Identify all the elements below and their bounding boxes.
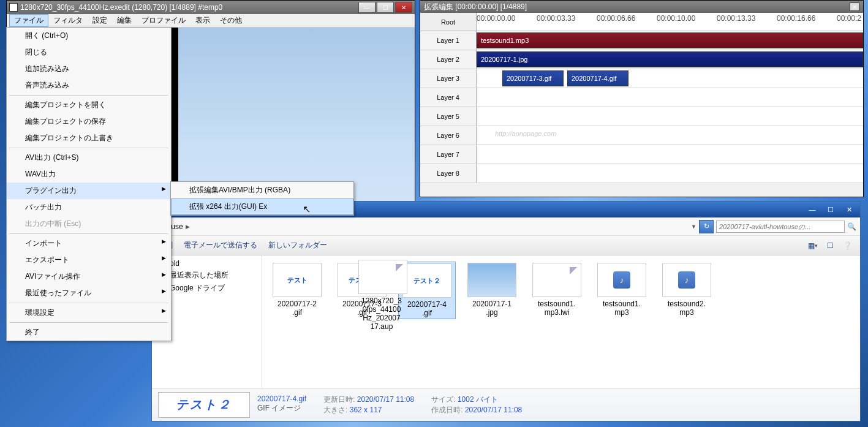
status-filename: 20200717-4.gif (257, 395, 306, 403)
submenu-item[interactable]: 拡張 x264 出力(GUI) Ex (171, 198, 353, 215)
file-name-line2: mp3.lwi (529, 308, 584, 317)
toolbar-newfolder[interactable]: 新しいフォルダー (268, 240, 327, 251)
image-clip[interactable]: 20200717-3.gif (502, 70, 564, 86)
status-dim-label: 大きさ: (323, 406, 347, 414)
menu-item[interactable]: プラグイン出力 (7, 183, 171, 199)
file-item[interactable]: 1280x720_30fps_44100Hz_20200717.aup (357, 259, 406, 332)
menu-profile[interactable]: プロファイル (137, 14, 191, 27)
menu-item[interactable]: 追加読み込み (7, 61, 171, 77)
layer-track[interactable]: 20200717-1.jpg (477, 50, 863, 69)
menu-other[interactable]: その他 (215, 14, 247, 27)
layer-label[interactable]: Layer 8 (420, 164, 477, 183)
file-thumbnail: ♪ (662, 263, 711, 297)
toolbar-email[interactable]: 電子メールで送信する (184, 240, 257, 251)
layer-track[interactable] (477, 107, 863, 126)
explorer-file-grid[interactable]: テスト20200717-2.gifテスト１20200717-3.gifテスト２2… (262, 255, 860, 388)
layer-track[interactable]: 20200717-3.gif20200717-4.gif (477, 69, 863, 88)
menu-item[interactable]: 閉じる (7, 44, 171, 61)
menu-item[interactable]: 編集プロジェクトの保存 (7, 113, 171, 130)
layer-label[interactable]: Layer 1 (420, 31, 477, 50)
layer-track[interactable] (477, 145, 863, 164)
explorer-maximize-button[interactable]: ☐ (822, 204, 839, 215)
menu-item[interactable]: AVIファイル操作 (7, 268, 171, 285)
menu-filter[interactable]: フィルタ (48, 14, 88, 27)
menu-separator (9, 95, 168, 96)
ruler-tick: 00:00:16.66 (777, 14, 815, 23)
menu-item[interactable]: 環境設定 (7, 304, 171, 321)
menu-item[interactable]: 編集プロジェクトを開く (7, 97, 171, 113)
file-item[interactable]: 20200717-1.jpg (463, 262, 521, 319)
menu-item[interactable]: 開く (Ctrl+O) (7, 28, 171, 44)
main-title: 1280x720_30fps_44100Hz.exedit (1280,720)… (20, 3, 222, 12)
menu-item[interactable]: 音声読み込み (7, 77, 171, 94)
timeline-root[interactable]: Root (420, 13, 477, 31)
timeline-titlebar[interactable]: 拡張編集 [00:00:00.00] [1/4889] ✕ (420, 1, 863, 13)
status-create-label: 作成日時: (431, 406, 462, 414)
status-create-value: 2020/07/17 11:08 (465, 406, 522, 414)
file-item[interactable]: テスト20200717-2.gif (268, 262, 326, 319)
audio-clip[interactable]: testsound1.mp3 (477, 32, 863, 48)
search-input[interactable] (716, 221, 845, 233)
chevron-down-icon[interactable]: ▼ (691, 224, 696, 230)
layer-track[interactable] (477, 164, 863, 183)
main-titlebar[interactable]: 1280x720_30fps_44100Hz.exedit (1280,720)… (7, 1, 415, 14)
layer-label[interactable]: Layer 7 (420, 145, 477, 164)
menu-file[interactable]: ファイル (9, 14, 48, 27)
refresh-button[interactable]: ↻ (699, 220, 714, 233)
layer-track[interactable]: testsound1.mp3 (477, 31, 863, 50)
file-name-line2: .gif (400, 309, 454, 317)
menu-item[interactable]: 最近使ったファイル (7, 285, 171, 301)
layer-track[interactable]: http://aonopage.com (477, 126, 863, 145)
status-thumbnail: テスト２ (158, 392, 250, 418)
layer-label[interactable]: Layer 2 (420, 50, 477, 69)
menu-item[interactable]: エクスポート (7, 252, 171, 268)
timeline-window: 拡張編集 [00:00:00.00] [1/4889] ✕ Root 00:00… (420, 0, 864, 197)
menu-item[interactable]: AVI出力 (Ctrl+S) (7, 149, 171, 166)
image-clip[interactable]: 20200717-1.jpg (477, 51, 863, 67)
status-filetype: GIF イメージ (257, 403, 306, 414)
layer-label[interactable]: Layer 4 (420, 88, 477, 107)
timeline-row: Layer 1testsound1.mp3 (420, 31, 863, 50)
menu-separator (9, 303, 168, 303)
menu-edit[interactable]: 編集 (112, 14, 137, 27)
file-name-line2: mp3 (659, 308, 714, 317)
menu-item[interactable]: インポート (7, 235, 171, 252)
view-mode-button[interactable]: ▦▾ (806, 240, 820, 252)
file-item[interactable]: ♪testsound1.mp3 (593, 262, 651, 319)
explorer-minimize-button[interactable]: — (804, 204, 821, 215)
file-item[interactable]: testsound1.mp3.lwi (528, 262, 586, 319)
layer-label[interactable]: Layer 6 (420, 126, 477, 145)
submenu-item[interactable]: 拡張編集AVI/BMP出力 (RGBA) (171, 182, 353, 198)
timeline-row: Layer 220200717-1.jpg (420, 50, 863, 69)
file-name-line2: .jpg (464, 308, 519, 317)
layer-label[interactable]: Layer 3 (420, 69, 477, 88)
menu-item[interactable]: バッチ出力 (7, 199, 171, 216)
ruler-tick: 00:00:10.00 (657, 14, 695, 23)
close-button[interactable]: ✕ (395, 2, 412, 13)
timeline-close-button[interactable]: ✕ (850, 2, 859, 11)
file-item[interactable]: ♪testsound2.mp3 (658, 262, 715, 319)
layer-label[interactable]: Layer 5 (420, 107, 477, 126)
menu-settings[interactable]: 設定 (88, 14, 112, 27)
timeline-ruler[interactable]: 00:00:00.0000:00:03.3300:00:06.6600:00:1… (477, 13, 863, 31)
menu-item[interactable]: WAV出力 (7, 166, 171, 183)
music-icon: ♪ (613, 271, 630, 289)
timeline-row: Layer 320200717-3.gif20200717-4.gif (420, 69, 863, 88)
explorer-navbar: owtouse ▶ ▼ ↻ 🔍 (152, 217, 860, 236)
search-icon[interactable]: 🔍 (847, 222, 856, 231)
image-clip[interactable]: 20200717-4.gif (567, 70, 628, 86)
explorer-close-button[interactable]: ✕ (840, 204, 858, 215)
menu-item[interactable]: 編集プロジェクトの上書き (7, 130, 171, 146)
help-button[interactable]: ❔ (840, 240, 854, 252)
menu-item[interactable]: 終了 (7, 324, 171, 341)
maximize-button[interactable]: ☐ (377, 2, 394, 13)
file-name-line1: testsound2. (659, 300, 714, 308)
minimize-button[interactable]: — (358, 2, 376, 13)
explorer-body: 📁old🕘最近表示した場所📀Google ドライブ テスト20200717-2.… (152, 255, 860, 388)
layer-track[interactable] (477, 88, 863, 107)
ruler-tick: 00:00:13.33 (717, 14, 755, 23)
file-thumbnail (358, 260, 407, 294)
menu-view[interactable]: 表示 (191, 14, 215, 27)
preview-pane-button[interactable]: ☐ (823, 240, 837, 252)
file-thumbnail (467, 263, 516, 297)
